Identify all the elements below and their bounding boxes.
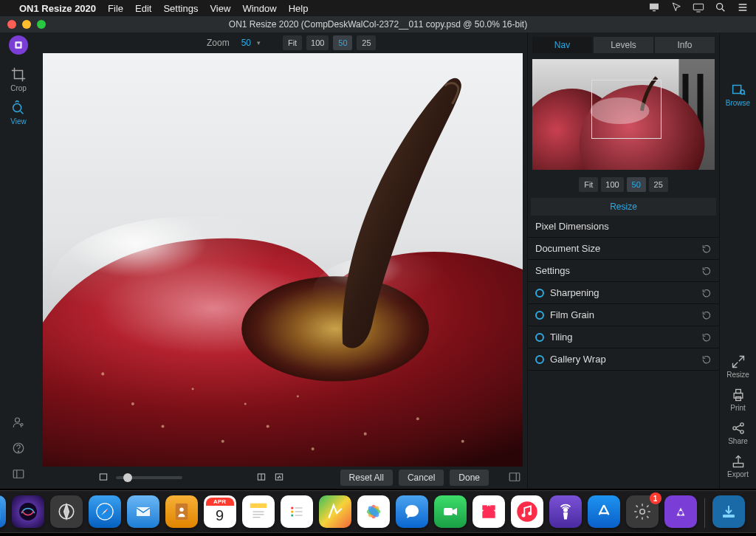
status-control-center-icon[interactable] [737,1,749,16]
rail-browse-label: Browse [722,99,755,107]
dock-settings-icon[interactable]: 1 [626,495,659,528]
panel-toggle-right-icon[interactable] [508,470,521,486]
nav-zoom-25[interactable]: 25 [649,177,668,192]
zoom-50-button[interactable]: 50 [333,35,352,50]
row-gallery-wrap[interactable]: Gallery Wrap [528,348,719,371]
tab-info[interactable]: Info [655,37,715,53]
nav-zoom-fit[interactable]: Fit [579,177,598,192]
tab-nav[interactable]: Nav [532,37,592,53]
menu-edit[interactable]: Edit [135,3,151,14]
rail-share-label: Share [722,437,755,445]
toggle-icon[interactable] [535,311,544,320]
compare-slider[interactable] [116,476,182,479]
zoom-fit-button[interactable]: Fit [283,35,302,50]
rail-share-button[interactable]: Share [722,416,755,450]
dock-messages-app-icon[interactable] [396,495,428,528]
rail-export-button[interactable]: Export [722,450,755,483]
status-monitor-icon[interactable] [648,1,660,16]
main-canvas[interactable] [43,53,523,467]
menu-help[interactable]: Help [289,3,309,14]
done-button[interactable]: Done [450,470,489,486]
dock-notes-icon[interactable] [242,495,275,528]
row-tiling[interactable]: Tiling [528,326,719,348]
cancel-button[interactable]: Cancel [399,470,444,486]
row-document-size[interactable]: Document Size [528,238,719,260]
zoom-100-button[interactable]: 100 [306,35,329,50]
reset-all-button[interactable]: Reset All [340,470,393,486]
dock-calendar-icon[interactable]: APR 9 [204,495,236,528]
svg-point-73 [678,511,683,515]
row-pixel-dimensions[interactable]: Pixel Dimensions [528,216,719,238]
menubar-app-name[interactable]: ON1 Resize 2020 [19,3,96,14]
dock-photos-icon[interactable] [357,495,390,528]
status-search-icon[interactable] [715,1,726,16]
browse-icon [730,81,746,97]
svg-rect-67 [490,505,495,510]
window-titlebar: ON1 Resize 2020 (CompDeskWalCol-2372__01… [0,16,756,32]
dock-siri-icon[interactable] [12,495,44,528]
zoom-current-value[interactable]: 50 [241,38,251,48]
dock-music-icon[interactable] [511,495,543,528]
dock-trash-icon[interactable] [751,495,757,528]
dock-on1-icon[interactable] [664,495,697,528]
dock-mail-icon[interactable] [127,495,159,528]
dock-facetime-icon[interactable] [434,495,467,528]
compare-mode-preview-icon[interactable] [274,472,284,484]
toggle-icon[interactable] [535,289,544,298]
dock-contacts-icon[interactable] [165,495,198,528]
status-screen-mirror-icon[interactable] [693,1,704,16]
crop-icon [10,66,27,83]
resize-icon [731,354,746,369]
svg-point-17 [267,425,269,427]
reset-icon[interactable] [701,266,712,276]
reset-icon[interactable] [701,332,712,343]
svg-rect-37 [732,86,740,94]
navigator-viewport-rect[interactable] [591,80,662,139]
navigator-preview[interactable] [532,59,715,170]
panel-toggle-left-icon[interactable] [12,467,25,483]
row-settings[interactable]: Settings [528,260,719,282]
nav-zoom-50[interactable]: 50 [627,177,646,192]
toggle-icon[interactable] [535,333,544,342]
dock-safari-icon[interactable] [89,495,121,528]
svg-rect-56 [250,504,267,508]
app-logo-icon[interactable] [9,35,28,55]
tab-levels[interactable]: Levels [594,37,653,53]
view-tool-button[interactable]: View [4,97,33,128]
rail-print-button[interactable]: Print [722,383,755,416]
toggle-icon[interactable] [535,355,544,364]
dock-appstore-icon[interactable] [588,495,620,528]
zoom-dropdown-icon[interactable]: ▾ [257,39,261,47]
compare-mode-single-icon[interactable] [98,472,109,484]
zoom-25-button[interactable]: 25 [357,35,376,50]
menu-settings[interactable]: Settings [163,3,198,14]
crop-tool-button[interactable]: Crop [4,63,33,95]
rail-browse-button[interactable]: Browse [722,77,755,111]
rail-resize-button[interactable]: Resize [722,350,755,383]
user-account-icon[interactable] [12,416,25,431]
row-film-grain[interactable]: Film Grain [528,304,719,326]
nav-zoom-100[interactable]: 100 [601,177,623,192]
reset-icon[interactable] [701,310,712,320]
resize-panel-header[interactable]: Resize [531,198,716,216]
row-sharpening[interactable]: Sharpening [528,282,719,304]
help-icon[interactable] [12,441,25,457]
reset-icon[interactable] [701,354,712,365]
reset-icon[interactable] [701,244,712,254]
compare-mode-split-icon[interactable] [256,472,267,484]
dock-news-icon[interactable] [472,495,505,528]
reset-icon[interactable] [701,288,712,298]
dock-reminders-icon[interactable] [281,495,313,528]
dock-podcasts-icon[interactable] [549,495,582,528]
compare-slider-thumb[interactable] [123,473,132,482]
dock-finder-icon[interactable] [0,495,6,528]
dock-launchpad-icon[interactable] [50,495,83,528]
dock-maps-icon[interactable] [319,495,351,528]
menu-window[interactable]: Window [242,3,276,14]
status-cursor-icon[interactable] [670,1,682,16]
menu-file[interactable]: File [108,3,123,14]
dock-downloads-icon[interactable] [712,495,745,528]
menu-view[interactable]: View [210,3,230,14]
print-icon [731,388,746,402]
svg-point-22 [101,372,104,375]
